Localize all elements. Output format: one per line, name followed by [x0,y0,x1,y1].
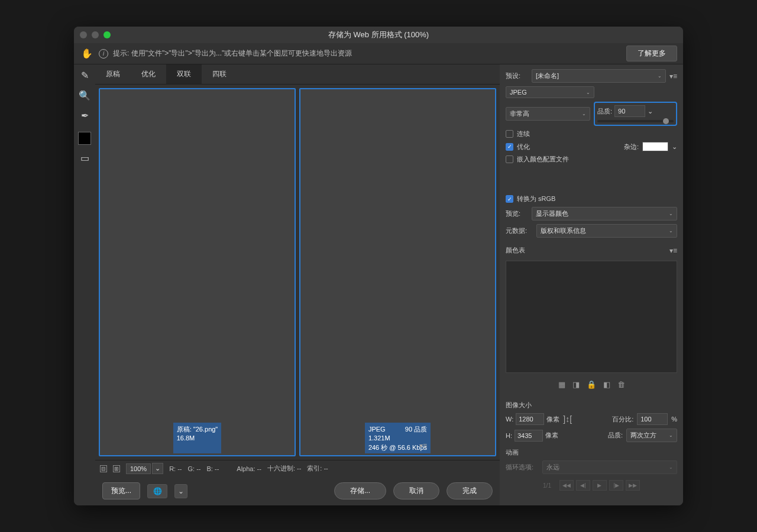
preview-optimized[interactable]: 全部页面/ ALL PAGES YDAYCOOK生 活 的 味 道登录 DAYD… [299,88,496,456]
status-bar: ⊟ ⊞ 100%⌄ R: -- G: -- B: -- Alpha: -- 十六… [95,460,500,476]
quality-slider[interactable] [597,120,674,122]
eyedropper-tool-icon[interactable]: ✒ [77,108,92,122]
color-table-menu-icon[interactable]: ▾≡ [669,246,677,255]
slice-tool-icon[interactable]: ▭ [77,151,92,165]
preview-original[interactable]: 全部页面/ ALL PAGES YDAYCOOK 生 活 的 味 道 登录 [99,88,296,456]
play-icon: ▶ [593,480,607,491]
done-button[interactable]: 完成 [447,482,493,499]
collapse-icon[interactable]: ⊟ [100,465,107,472]
height-input[interactable] [515,430,543,442]
percent-input[interactable] [637,413,668,425]
hint-text: 提示: 使用"文件">"导出">"导出为..."或右键单击某个图层可更快速地导出… [113,48,622,59]
tab-4up[interactable]: 四联 [202,64,237,84]
ct-cube-icon[interactable]: ◨ [572,380,580,389]
frame-counter: 1/1 [543,482,551,489]
tab-2up[interactable]: 双联 [166,64,202,84]
srgb-checkbox[interactable]: ✓ [506,195,513,203]
window-title: 存储为 Web 所用格式 (100%) [74,30,683,40]
browser-dropdown-icon[interactable]: ⌄ [174,484,187,498]
titlebar: 存储为 Web 所用格式 (100%) [74,27,683,43]
tab-original[interactable]: 原稿 [95,64,131,84]
prev-frame-icon: ◀| [576,480,590,491]
color-swatch[interactable] [78,132,91,145]
metadata-select[interactable]: 版权和联系信息⌄ [536,224,677,238]
preview-tabs: 原稿 优化 双联 四联 [95,64,500,85]
hint-bar: ✋ i 提示: 使用"文件">"导出">"导出为..."或右键单击某个图层可更快… [74,43,683,64]
dialog-buttons: 预览... 🌐 ⌄ 存储... 取消 完成 [95,476,500,505]
resample-select[interactable]: 两次立方⌄ [626,429,677,442]
preset-select[interactable]: [未命名]⌄ [532,69,666,83]
expand-icon[interactable]: ⊞ [113,465,120,472]
zoom-dropdown-icon[interactable]: ⌄ [152,463,163,474]
color-table [506,261,677,373]
ct-grid-icon[interactable]: ▦ [558,380,565,389]
first-frame-icon: ◀◀ [559,480,574,491]
last-frame-icon: ▶▶ [626,480,640,491]
cancel-button[interactable]: 取消 [393,482,439,499]
ct-lock-icon[interactable]: 🔒 [587,380,596,389]
learn-more-button[interactable]: 了解更多 [626,46,677,61]
settings-panel: 预设: [未命名]⌄ ▾≡ JPEG⌄ 非常高⌄ 品质:⌄ 连续 ✓优化 杂边:… [500,64,683,505]
save-for-web-dialog: 存储为 Web 所用格式 (100%) ✋ i 提示: 使用"文件">"导出">… [74,27,683,505]
ct-trash-icon[interactable]: 🗑 [617,380,625,389]
link-wh-icon[interactable]: ]↕[ [563,414,572,424]
preview-original-info: 原稿: "26.png" 16.8M [173,423,222,453]
embed-profile-checkbox[interactable] [506,155,513,163]
preview-area: 全部页面/ ALL PAGES YDAYCOOK 生 活 的 味 道 登录 [95,85,500,460]
matte-color[interactable] [642,142,668,151]
zoom-tool-icon[interactable]: 🔍 [77,88,92,102]
quality-preset-select[interactable]: 非常高⌄ [506,107,590,121]
info-icon: i [99,49,108,59]
tab-optimized[interactable]: 优化 [131,64,166,84]
tool-column: ✎ 🔍 ✒ ▭ [74,64,95,505]
next-frame-icon: |▶ [609,480,623,491]
brush-tool-icon[interactable]: ✎ [77,68,92,82]
animation-heading: 动画 [506,448,519,457]
hand-tool-icon[interactable]: ✋ [80,47,94,61]
color-table-heading: 颜色表 [506,246,525,255]
quality-control: 品质:⌄ [594,102,677,126]
width-input[interactable] [516,413,544,425]
zoom-select[interactable]: 100% [126,463,151,474]
preview-menu-icon[interactable]: ▾≡ [419,441,427,451]
save-button[interactable]: 存储... [334,482,386,499]
preview-optimized-info: JPEG 1.321M 246 秒 @ 56.6 Kbps 90 品质 ▾≡ [365,423,431,453]
preview-button[interactable]: 预览... [102,482,140,499]
loop-select: 永远⌄ [542,460,677,474]
quality-input[interactable] [614,105,645,117]
panel-menu-icon[interactable]: ▾≡ [669,72,677,80]
preview-profile-select[interactable]: 显示器颜色⌄ [532,207,677,220]
optimize-checkbox[interactable]: ✓ [506,143,513,151]
ct-new-icon[interactable]: ◧ [603,380,610,389]
progressive-checkbox[interactable] [506,130,513,138]
image-size-heading: 图像大小 [506,401,532,410]
format-select[interactable]: JPEG⌄ [506,86,594,98]
browser-preview-icon[interactable]: 🌐 [147,484,167,498]
color-table-actions: ▦ ◨ 🔒 ◧ 🗑 [506,377,677,392]
